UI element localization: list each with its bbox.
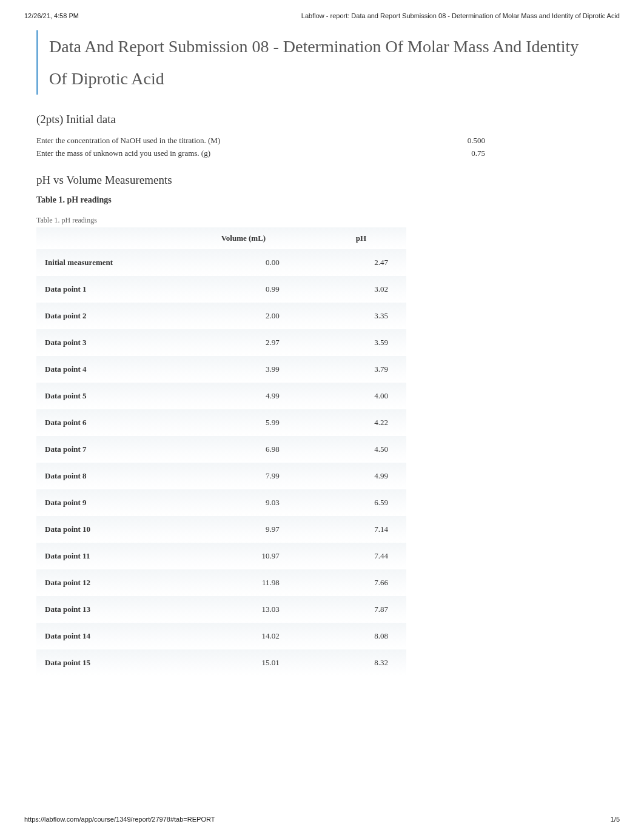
table-row: Data point 109.977.14 <box>36 516 406 543</box>
col-header-ph: pH <box>316 227 406 249</box>
row-label: Data point 9 <box>36 489 171 516</box>
row-label: Data point 1 <box>36 276 171 303</box>
section-initial-heading: (2pts) Initial data <box>36 113 595 126</box>
row-label: Data point 13 <box>36 596 171 623</box>
ph-readings-table: Volume (mL) pH Initial measurement0.002.… <box>36 227 406 676</box>
row-ph: 4.22 <box>316 409 406 436</box>
initial-data-block: Enter the concentration of NaOH used in … <box>36 135 595 160</box>
row-volume: 2.00 <box>171 303 316 329</box>
print-title: Labflow - report: Data and Report Submis… <box>301 12 620 19</box>
table-body: Initial measurement0.002.47Data point 10… <box>36 249 406 676</box>
print-footer: https://labflow.com/app/course/1349/repo… <box>24 816 620 823</box>
table-row: Data point 1110.977.44 <box>36 543 406 569</box>
row-label: Data point 10 <box>36 516 171 543</box>
row-ph: 3.02 <box>316 276 406 303</box>
row-label: Data point 5 <box>36 383 171 409</box>
row-label: Data point 3 <box>36 329 171 356</box>
print-datetime: 12/26/21, 4:58 PM <box>24 12 79 19</box>
table-title: Table 1. pH readings <box>36 195 595 205</box>
row-volume: 9.97 <box>171 516 316 543</box>
row-volume: 3.99 <box>171 356 316 383</box>
table-header-row: Volume (mL) pH <box>36 227 406 249</box>
row-ph: 4.99 <box>316 463 406 489</box>
row-volume: 4.99 <box>171 383 316 409</box>
content: Data And Report Submission 08 - Determin… <box>24 30 620 676</box>
row-volume: 7.99 <box>171 463 316 489</box>
row-ph: 7.87 <box>316 596 406 623</box>
row-label: Data point 4 <box>36 356 171 383</box>
initial-data-row: Enter the mass of unknown acid you used … <box>36 147 595 160</box>
row-volume: 5.99 <box>171 409 316 436</box>
row-label: Data point 8 <box>36 463 171 489</box>
col-header-volume: Volume (mL) <box>171 227 316 249</box>
row-ph: 3.79 <box>316 356 406 383</box>
row-ph: 7.66 <box>316 569 406 596</box>
table-row: Data point 22.003.35 <box>36 303 406 329</box>
row-volume: 11.98 <box>171 569 316 596</box>
row-label: Data point 14 <box>36 623 171 649</box>
row-label: Data point 7 <box>36 436 171 463</box>
row-label: Data point 12 <box>36 569 171 596</box>
row-ph: 3.35 <box>316 303 406 329</box>
initial-data-row: Enter the concentration of NaOH used in … <box>36 135 595 147</box>
table-row: Data point 1515.018.32 <box>36 649 406 676</box>
initial-value: 0.500 <box>412 135 485 147</box>
table-caption: Table 1. pH readings <box>36 216 595 225</box>
row-label: Data point 11 <box>36 543 171 569</box>
print-footer-url: https://labflow.com/app/course/1349/repo… <box>24 816 215 823</box>
table-row: Data point 1313.037.87 <box>36 596 406 623</box>
initial-label: Enter the mass of unknown acid you used … <box>36 147 412 160</box>
col-header-blank <box>36 227 171 249</box>
print-header: 12/26/21, 4:58 PM Labflow - report: Data… <box>24 12 620 19</box>
row-label: Data point 6 <box>36 409 171 436</box>
row-volume: 6.98 <box>171 436 316 463</box>
row-ph: 4.50 <box>316 436 406 463</box>
row-ph: 8.08 <box>316 623 406 649</box>
table-row: Data point 99.036.59 <box>36 489 406 516</box>
print-page-indicator: 1/5 <box>611 816 620 823</box>
row-label: Initial measurement <box>36 249 171 276</box>
table-row: Data point 1211.987.66 <box>36 569 406 596</box>
initial-value: 0.75 <box>412 147 485 160</box>
table-row: Data point 43.993.79 <box>36 356 406 383</box>
table-row: Data point 87.994.99 <box>36 463 406 489</box>
row-ph: 4.00 <box>316 383 406 409</box>
page-title: Data And Report Submission 08 - Determin… <box>36 30 595 95</box>
row-ph: 7.44 <box>316 543 406 569</box>
row-volume: 15.01 <box>171 649 316 676</box>
initial-label: Enter the concentration of NaOH used in … <box>36 135 412 147</box>
row-label: Data point 15 <box>36 649 171 676</box>
row-volume: 0.00 <box>171 249 316 276</box>
section-measurements-heading: pH vs Volume Measurements <box>36 173 595 187</box>
row-volume: 10.97 <box>171 543 316 569</box>
table-row: Initial measurement0.002.47 <box>36 249 406 276</box>
table-row: Data point 54.994.00 <box>36 383 406 409</box>
row-ph: 7.14 <box>316 516 406 543</box>
row-volume: 9.03 <box>171 489 316 516</box>
table-row: Data point 1414.028.08 <box>36 623 406 649</box>
row-volume: 14.02 <box>171 623 316 649</box>
row-volume: 13.03 <box>171 596 316 623</box>
row-volume: 0.99 <box>171 276 316 303</box>
page: 12/26/21, 4:58 PM Labflow - report: Data… <box>0 0 644 835</box>
row-ph: 3.59 <box>316 329 406 356</box>
table-row: Data point 10.993.02 <box>36 276 406 303</box>
row-volume: 2.97 <box>171 329 316 356</box>
table-row: Data point 65.994.22 <box>36 409 406 436</box>
row-ph: 8.32 <box>316 649 406 676</box>
row-label: Data point 2 <box>36 303 171 329</box>
table-row: Data point 76.984.50 <box>36 436 406 463</box>
row-ph: 2.47 <box>316 249 406 276</box>
table-row: Data point 32.973.59 <box>36 329 406 356</box>
row-ph: 6.59 <box>316 489 406 516</box>
